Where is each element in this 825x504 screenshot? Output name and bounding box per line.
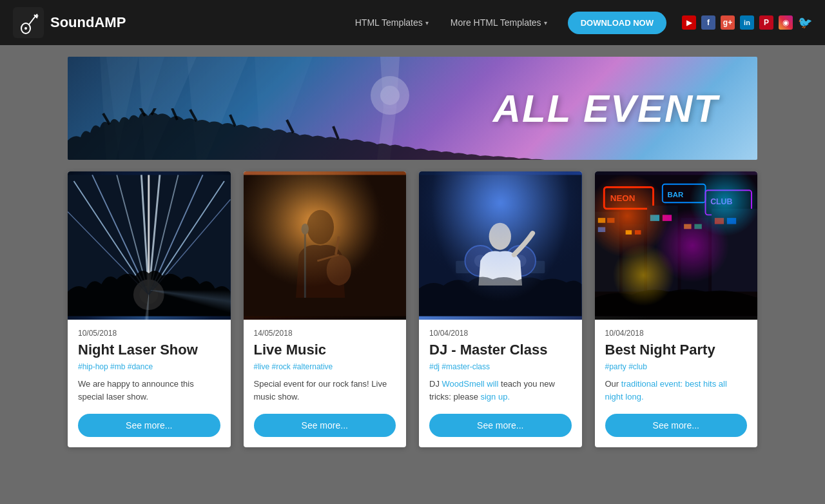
card-tags-3: #dj #master-class xyxy=(429,362,572,371)
card-desc-4: Our traditional event: best hits all nig… xyxy=(605,378,748,403)
svg-rect-57 xyxy=(595,212,619,316)
card-desc-1: We are happy to announce this special la… xyxy=(78,378,220,403)
svg-point-23 xyxy=(133,279,164,310)
card-body-4: 10/04/2018 Best Night Party #party #club… xyxy=(595,320,758,447)
music-graphic xyxy=(244,171,407,320)
brand-logo-icon xyxy=(13,7,44,38)
svg-rect-71 xyxy=(714,218,723,224)
google-icon[interactable]: g+ xyxy=(721,15,735,30)
event-card-1: 10/05/2018 Night Laser Show #hip-hop #mb… xyxy=(68,171,231,447)
event-card-2: 14/05/2018 Live Music #live #rock #alter… xyxy=(244,171,407,447)
svg-line-31 xyxy=(149,175,179,295)
svg-point-13 xyxy=(380,86,400,105)
party-graphic: NEON BAR CLUB xyxy=(595,171,758,320)
svg-rect-58 xyxy=(622,224,643,316)
card-desc-3: DJ WoodSmell will teach you new tricks: … xyxy=(429,378,572,403)
svg-rect-72 xyxy=(726,218,735,224)
signup-link: sign up. xyxy=(480,392,510,402)
linkedin-icon[interactable]: in xyxy=(740,15,754,30)
svg-rect-67 xyxy=(650,215,659,221)
svg-point-41 xyxy=(301,224,308,235)
see-more-button-4[interactable]: See more... xyxy=(605,414,748,437)
svg-point-39 xyxy=(326,255,351,286)
see-more-button-2[interactable]: See more... xyxy=(254,414,396,437)
svg-rect-53 xyxy=(662,184,705,203)
navbar: SoundAMP HTML Templates ▾ More HTML Temp… xyxy=(0,0,825,45)
svg-rect-55 xyxy=(705,190,751,215)
svg-rect-36 xyxy=(244,175,407,316)
svg-rect-51 xyxy=(604,187,653,208)
card-image-laser xyxy=(68,171,231,320)
card-image-party: NEON BAR CLUB xyxy=(595,171,758,320)
svg-rect-63 xyxy=(607,218,614,223)
card-tags-1: #hip-hop #mb #dance xyxy=(78,362,220,371)
svg-line-28 xyxy=(141,175,148,295)
instagram-icon[interactable]: ◉ xyxy=(779,15,793,30)
svg-rect-66 xyxy=(634,230,641,235)
card-date-3: 10/04/2018 xyxy=(429,329,572,338)
html-templates-link[interactable]: HTML Templates ▾ xyxy=(347,12,436,33)
card-date-4: 10/04/2018 xyxy=(605,329,748,338)
svg-point-38 xyxy=(307,210,334,244)
svg-rect-59 xyxy=(646,206,677,316)
card-body-2: 14/05/2018 Live Music #live #rock #alter… xyxy=(244,320,407,447)
svg-rect-64 xyxy=(597,227,605,232)
see-more-button-1[interactable]: See more... xyxy=(78,414,220,437)
svg-line-18 xyxy=(333,126,338,139)
card-body-1: 10/05/2018 Night Laser Show #hip-hop #mb… xyxy=(68,320,231,447)
card-image-dj xyxy=(419,171,582,320)
svg-line-17 xyxy=(287,120,293,133)
card-title-3: DJ - Master Class xyxy=(429,342,572,358)
card-image-music xyxy=(244,171,407,320)
chevron-down-icon: ▾ xyxy=(544,19,547,26)
svg-line-27 xyxy=(117,175,149,295)
svg-rect-22 xyxy=(68,175,231,316)
svg-rect-73 xyxy=(595,291,758,316)
svg-text:CLUB: CLUB xyxy=(710,197,732,206)
pinterest-icon[interactable]: P xyxy=(759,15,773,30)
card-body-3: 10/04/2018 DJ - Master Class #dj #master… xyxy=(419,320,582,447)
svg-line-35 xyxy=(68,212,149,295)
more-html-templates-link[interactable]: More HTML Templates ▾ xyxy=(443,12,555,33)
svg-point-4 xyxy=(24,27,27,30)
card-title-2: Live Music xyxy=(254,342,396,358)
traditional-link: traditional event: best hits all night l… xyxy=(605,379,727,402)
chevron-down-icon: ▾ xyxy=(425,19,429,26)
svg-line-26 xyxy=(92,175,149,295)
facebook-icon[interactable]: f xyxy=(701,15,715,30)
nav-links: HTML Templates ▾ More HTML Templates ▾ D… xyxy=(347,12,812,34)
dj-link: WoodSmell will xyxy=(442,379,499,389)
svg-rect-70 xyxy=(694,224,701,229)
see-more-button-3[interactable]: See more... xyxy=(429,414,572,437)
svg-line-25 xyxy=(74,181,149,295)
brand-link[interactable]: SoundAMP xyxy=(13,7,126,38)
svg-rect-62 xyxy=(597,218,605,223)
svg-line-34 xyxy=(149,200,231,295)
svg-rect-42 xyxy=(419,175,582,316)
card-date-1: 10/05/2018 xyxy=(78,329,220,338)
event-card-3: 10/04/2018 DJ - Master Class #dj #master… xyxy=(419,171,582,447)
event-card-4: NEON BAR CLUB xyxy=(595,171,758,447)
svg-rect-37 xyxy=(244,175,407,316)
dj-graphic xyxy=(419,171,582,320)
svg-rect-65 xyxy=(625,230,632,235)
svg-point-46 xyxy=(474,255,487,267)
laser-show-graphic xyxy=(68,171,231,320)
card-title-1: Night Laser Show xyxy=(78,342,220,358)
svg-text:BAR: BAR xyxy=(667,191,683,199)
svg-rect-61 xyxy=(712,209,757,316)
social-icons: ▶ f g+ in P ◉ 🐦 xyxy=(682,15,812,30)
card-tags-4: #party #club xyxy=(605,362,748,371)
svg-point-45 xyxy=(465,246,496,276)
card-title-4: Best Night Party xyxy=(605,342,748,358)
svg-point-49 xyxy=(489,223,511,250)
svg-point-24 xyxy=(139,286,158,304)
svg-rect-50 xyxy=(595,175,758,316)
download-button[interactable]: DOWNLOAD NOW xyxy=(568,12,666,34)
card-tags-2: #live #rock #alternative xyxy=(254,362,396,371)
svg-rect-68 xyxy=(662,215,671,221)
hero-banner: ALL EVENT xyxy=(68,57,757,160)
brand-name: SoundAMP xyxy=(50,14,126,31)
youtube-icon[interactable]: ▶ xyxy=(682,15,696,30)
twitter-icon[interactable]: 🐦 xyxy=(798,15,812,30)
